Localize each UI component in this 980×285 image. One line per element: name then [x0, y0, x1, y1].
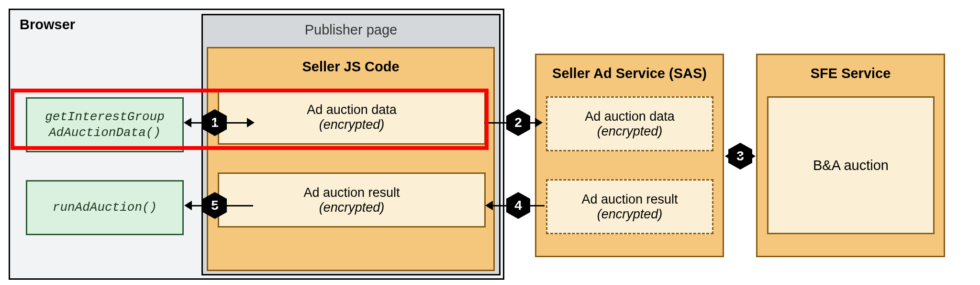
seller-js-auction-result-box: Ad auction result (encrypted) — [218, 172, 486, 228]
sas-result-line2: (encrypted) — [597, 207, 663, 222]
arrow-1-line-r — [215, 122, 247, 124]
seller-js-panel: Seller JS Code Ad auction data (encrypte… — [207, 47, 495, 271]
sas-panel: Seller Ad Service (SAS) Ad auction data … — [535, 54, 724, 257]
arrow-1-left-head — [184, 118, 191, 127]
diagram-canvas: Browser Publisher page Seller JS Code Ad… — [0, 0, 980, 285]
arrow-3-right-head — [748, 151, 756, 161]
sas-data-line1: Ad auction data — [585, 109, 675, 124]
seller-js-auction-data-line2: (encrypted) — [319, 117, 385, 132]
seller-js-title: Seller JS Code — [208, 59, 493, 75]
browser-container: Browser Publisher page Seller JS Code Ad… — [9, 9, 504, 280]
browser-title: Browser — [20, 17, 75, 33]
api-get-interest-group: getInterestGroup AdAuctionData() — [26, 97, 184, 152]
arrow-1-right-head — [247, 118, 255, 127]
arrow-2-head — [535, 118, 543, 127]
sas-title: Seller Ad Service (SAS) — [536, 66, 723, 81]
arrow-3-line-r — [741, 156, 748, 157]
step-4-badge: 4 — [506, 192, 530, 219]
sfe-auction-box: B&A auction — [767, 96, 935, 234]
seller-js-result-line1: Ad auction result — [303, 185, 400, 200]
arrow-5-line-r — [215, 205, 253, 206]
sfe-auction-label: B&A auction — [813, 158, 889, 173]
sfe-panel: SFE Service B&A auction — [756, 54, 945, 257]
seller-js-auction-data-box: Ad auction data (encrypted) — [218, 90, 486, 145]
sfe-title: SFE Service — [757, 66, 944, 81]
sas-data-line2: (encrypted) — [597, 124, 663, 139]
seller-js-auction-data-line1: Ad auction data — [307, 103, 397, 117]
publisher-page-title: Publisher page — [203, 22, 499, 38]
sas-auction-result-box: Ad auction result (encrypted) — [546, 179, 713, 234]
sas-auction-data-box: Ad auction data (encrypted) — [546, 96, 713, 151]
arrow-5-head — [184, 201, 192, 210]
publisher-page-container: Publisher page Seller JS Code Ad auction… — [201, 14, 501, 275]
sas-result-line1: Ad auction result — [581, 192, 678, 207]
api-run-ad-auction: runAdAuction() — [26, 180, 184, 235]
step-2-badge: 2 — [506, 109, 530, 136]
seller-js-result-line2: (encrypted) — [319, 200, 385, 215]
arrow-4-head — [485, 201, 493, 210]
